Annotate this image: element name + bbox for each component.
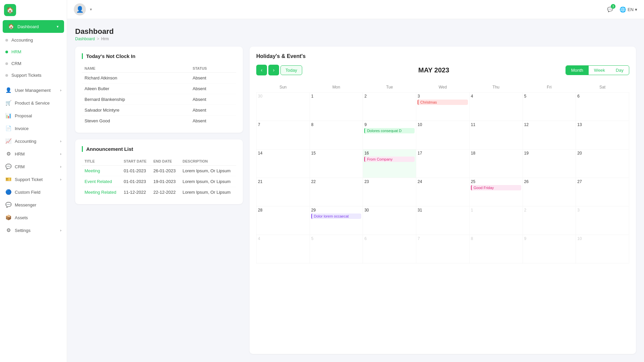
calendar-date: 20: [577, 151, 628, 156]
sidebar-item-product-service[interactable]: 🛒 Product & Service: [0, 97, 67, 109]
calendar-day-header: Mon: [310, 82, 363, 93]
sidebar-item-dashboard[interactable]: 🏠 Dashboard ▾: [3, 20, 64, 33]
sidebar-item-hrm2[interactable]: ⚙ HRM ›: [0, 147, 67, 160]
calendar-date: 3: [577, 208, 628, 213]
calendar-cell[interactable]: 31: [416, 206, 470, 235]
calendar-date: 6: [577, 94, 628, 99]
sidebar-item-assets[interactable]: 📦 Assets: [0, 211, 67, 224]
calendar-cell[interactable]: 13: [576, 121, 629, 149]
calendar-cell[interactable]: 25Good Friday: [469, 178, 523, 206]
calendar-cell[interactable]: 3: [576, 206, 629, 235]
calendar-cell[interactable]: 10: [416, 121, 470, 149]
next-month-button[interactable]: ›: [268, 65, 279, 75]
calendar-date: 19: [524, 151, 575, 156]
announcement-title: Announcement List: [82, 146, 236, 152]
calendar-cell[interactable]: 6: [363, 235, 416, 263]
calendar-cell[interactable]: 9Dolores consequat D: [363, 121, 416, 149]
sidebar-item-settings[interactable]: ⚙ Settings ›: [0, 224, 67, 237]
calendar-cell[interactable]: 2: [523, 206, 576, 235]
sidebar-item-custom-field[interactable]: 🔵 Custom Field: [0, 186, 67, 198]
calendar-cell[interactable]: 27: [576, 178, 629, 206]
calendar-event[interactable]: From Company: [364, 157, 415, 162]
sidebar-item-crm-top[interactable]: CRM: [0, 58, 67, 69]
sidebar-item-user-management[interactable]: 👤 User Management ›: [0, 84, 67, 97]
calendar-date: 23: [364, 179, 415, 184]
calendar-cell[interactable]: 4: [257, 235, 310, 263]
calendar-cell[interactable]: 4: [469, 93, 523, 121]
sidebar-item-support-tickets[interactable]: Support Tickets: [0, 69, 67, 81]
calendar-cell[interactable]: 5: [310, 235, 363, 263]
calendar-cell[interactable]: 8: [310, 121, 363, 149]
calendar-event[interactable]: Christmas: [418, 100, 468, 105]
calendar-cell[interactable]: 30: [363, 206, 416, 235]
calendar-cell[interactable]: 10: [576, 235, 629, 263]
calendar-date: 30: [364, 208, 415, 213]
calendar-event[interactable]: Dolor lorem occaecat: [311, 214, 362, 219]
ann-start: 11-12-2022: [121, 187, 151, 198]
calendar-cell[interactable]: 18: [469, 149, 523, 178]
sidebar-item-proposal[interactable]: 📊 Proposal: [0, 109, 67, 122]
sidebar-item-invoice[interactable]: 📄 Invoice: [0, 122, 67, 135]
page-header: Dashboard Dashboard > Hrm: [75, 27, 636, 41]
not-clock-in-table-scroll[interactable]: NAME STATUS Richard AtkinsonAbsentAileen…: [82, 64, 236, 126]
announcement-card: Announcement List TITLE START DATE END D…: [75, 139, 243, 204]
calendar-cell[interactable]: 14: [257, 149, 310, 178]
breadcrumb-home[interactable]: Dashboard: [75, 37, 95, 41]
view-month-button[interactable]: Month: [566, 66, 589, 75]
user-chevron-icon[interactable]: ▾: [90, 7, 92, 12]
sidebar-dashboard-label: Dashboard: [17, 24, 53, 29]
sidebar-item-accounting-top[interactable]: Accounting: [0, 34, 67, 46]
calendar-cell[interactable]: 9: [523, 235, 576, 263]
calendar-cell[interactable]: 16From Company: [363, 149, 416, 178]
calendar-cell[interactable]: 7: [416, 235, 470, 263]
calendar-cell[interactable]: 30: [257, 93, 310, 121]
calendar-date: 1: [311, 94, 362, 99]
calendar-date: 16: [364, 151, 415, 156]
ann-desc: Lorem Ipsum, Or Lipsum: [180, 187, 236, 198]
view-day-button[interactable]: Day: [610, 66, 629, 75]
sidebar-item-accounting[interactable]: 📈 Accounting ›: [0, 135, 67, 147]
breadcrumb: Dashboard > Hrm: [75, 37, 636, 41]
calendar-cell[interactable]: 3Christmas: [416, 93, 470, 121]
calendar-cell[interactable]: 29Dolor lorem occaecat: [310, 206, 363, 235]
sidebar-item-support-ticket[interactable]: 🎫 Support Ticket ›: [0, 173, 67, 186]
today-button[interactable]: Today: [280, 65, 302, 75]
view-week-button[interactable]: Week: [589, 66, 610, 75]
calendar-event[interactable]: Good Friday: [471, 185, 521, 190]
calendar-cell[interactable]: 23: [363, 178, 416, 206]
calendar-date: 11: [471, 122, 521, 127]
sidebar-item-hrm[interactable]: HRM: [0, 46, 67, 58]
sidebar-item-crm[interactable]: 💬 CRM ›: [0, 160, 67, 173]
calendar-cell[interactable]: 1: [469, 206, 523, 235]
calendar-cell[interactable]: 17: [416, 149, 470, 178]
language-selector[interactable]: 🌐 EN ▾: [620, 6, 637, 13]
calendar-cell[interactable]: 6: [576, 93, 629, 121]
calendar-cell[interactable]: 28: [257, 206, 310, 235]
calendar-cell[interactable]: 7: [257, 121, 310, 149]
calendar-cell[interactable]: 21: [257, 178, 310, 206]
calendar-event[interactable]: Dolores consequat D: [364, 128, 415, 133]
calendar-cell[interactable]: 15: [310, 149, 363, 178]
calendar-cell[interactable]: 11: [469, 121, 523, 149]
calendar-cell[interactable]: 1: [310, 93, 363, 121]
calendar-cell[interactable]: 22: [310, 178, 363, 206]
sidebar-item-messenger[interactable]: 💬 Messenger: [0, 198, 67, 211]
sidebar-proposal-label: Proposal: [15, 113, 61, 118]
calendar-cell[interactable]: 26: [523, 178, 576, 206]
prev-month-button[interactable]: ‹: [256, 65, 267, 75]
calendar-date: 8: [471, 236, 521, 241]
avatar[interactable]: 👤: [74, 3, 86, 15]
calendar-cell[interactable]: 24: [416, 178, 470, 206]
calendar-cell[interactable]: 19: [523, 149, 576, 178]
col-description: DESCRIPTION: [180, 157, 236, 166]
calendar-cell[interactable]: 8: [469, 235, 523, 263]
notification-button[interactable]: 💬 3: [605, 4, 615, 15]
calendar-day-header: Sun: [257, 82, 310, 93]
employee-name: Bernard Blankenship: [82, 94, 190, 105]
calendar-cell[interactable]: 2: [363, 93, 416, 121]
calendar-cell[interactable]: 20: [576, 149, 629, 178]
announcement-table: TITLE START DATE END DATE DESCRIPTION Me…: [82, 157, 236, 197]
calendar-cell[interactable]: 5: [523, 93, 576, 121]
calendar-cell[interactable]: 12: [523, 121, 576, 149]
assets-icon: 📦: [5, 215, 11, 221]
